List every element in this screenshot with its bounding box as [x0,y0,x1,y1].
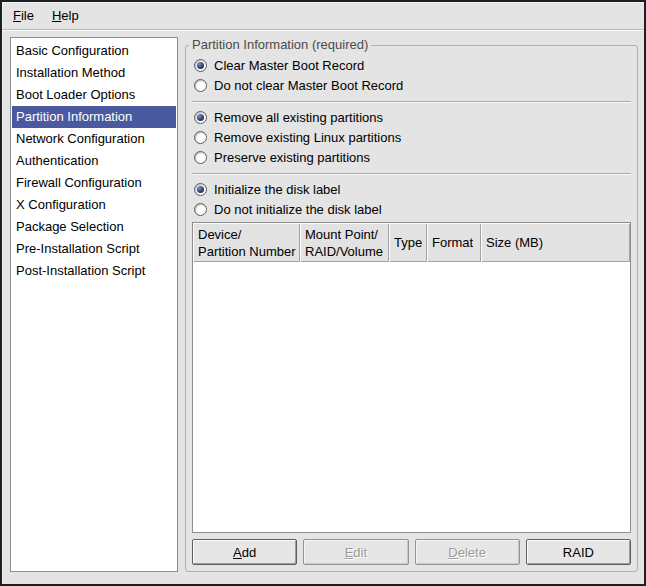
column-header-device-partition-number[interactable]: Device/Partition Number [193,223,300,262]
existing-partitions-radio-group: Remove all existing partitionsRemove exi… [192,107,631,167]
radio-label: Do not clear Master Boot Record [214,78,403,93]
column-header-size-mb[interactable]: Size (MB) [481,223,630,262]
radio-label: Initialize the disk label [214,182,340,197]
radio-initialize-the-disk-label[interactable]: Initialize the disk label [192,179,631,199]
radio-button-icon[interactable] [194,59,207,72]
column-header-type[interactable]: Type [389,223,427,262]
radio-label: Do not initialize the disk label [214,202,382,217]
radio-label: Remove existing Linux partitions [214,130,401,145]
column-header-text: Format [432,234,476,251]
sidebar-item-package-selection[interactable]: Package Selection [12,216,176,238]
disk-label-radio-group: Initialize the disk labelDo not initiali… [192,179,631,219]
delete-button: Delete [415,539,520,565]
master-boot-record-radio-group: Clear Master Boot RecordDo not clear Mas… [192,55,631,95]
radio-do-not-clear-master-boot-record[interactable]: Do not clear Master Boot Record [192,75,631,95]
add-button[interactable]: Add [192,539,297,565]
column-header-mount-point-raid-volume[interactable]: Mount Point/RAID/Volume [300,223,389,262]
radio-button-icon[interactable] [194,151,207,164]
partition-table: Device/Partition NumberMount Point/RAID/… [192,222,631,533]
radio-clear-master-boot-record[interactable]: Clear Master Boot Record [192,55,631,75]
partition-table-header: Device/Partition NumberMount Point/RAID/… [193,223,630,262]
column-header-format[interactable]: Format [427,223,481,262]
column-header-text: RAID/Volume [305,243,384,260]
sidebar-item-installation-method[interactable]: Installation Method [12,62,176,84]
column-header-text: Mount Point/ [305,226,384,243]
sidebar-item-network-configuration[interactable]: Network Configuration [12,128,176,150]
radio-remove-all-existing-partitions[interactable]: Remove all existing partitions [192,107,631,127]
radio-button-icon[interactable] [194,131,207,144]
partition-table-body[interactable] [193,262,630,532]
sidebar-item-x-configuration[interactable]: X Configuration [12,194,176,216]
config-step-list: Basic ConfigurationInstallation MethodBo… [10,37,178,572]
partition-action-buttons: AddEditDeleteRAID [192,539,631,565]
column-header-text: Type [394,234,422,251]
radio-label: Remove all existing partitions [214,110,383,125]
partition-information-frame: Partition Information (required) Clear M… [185,37,638,572]
sidebar-item-boot-loader-options[interactable]: Boot Loader Options [12,84,176,106]
column-header-text: Partition Number [198,243,295,260]
sidebar-item-firewall-configuration[interactable]: Firewall Configuration [12,172,176,194]
radio-remove-existing-linux-partitions[interactable]: Remove existing Linux partitions [192,127,631,147]
menu-file[interactable]: File [4,2,43,29]
separator [192,173,631,175]
sidebar-item-post-installation-script[interactable]: Post-Installation Script [12,260,176,282]
radio-button-icon[interactable] [194,79,207,92]
kickstart-configurator-window: FileHelp Basic ConfigurationInstallation… [0,0,646,586]
radio-label: Preserve existing partitions [214,150,370,165]
edit-button: Edit [303,539,408,565]
radio-button-icon[interactable] [194,111,207,124]
radio-do-not-initialize-the-disk-label[interactable]: Do not initialize the disk label [192,199,631,219]
raid-button[interactable]: RAID [526,539,631,565]
menu-help[interactable]: Help [43,2,88,29]
column-header-text: Device/ [198,226,295,243]
sidebar-item-basic-configuration[interactable]: Basic Configuration [12,40,176,62]
sidebar-item-authentication[interactable]: Authentication [12,150,176,172]
main-area: Basic ConfigurationInstallation MethodBo… [2,30,644,584]
frame-label: Partition Information (required) [189,37,371,53]
sidebar-item-partition-information[interactable]: Partition Information [12,106,176,128]
separator [192,101,631,103]
column-header-text: Size (MB) [486,234,625,251]
sidebar-item-pre-installation-script[interactable]: Pre-Installation Script [12,238,176,260]
radio-button-icon[interactable] [194,203,207,216]
menubar: FileHelp [2,2,644,30]
radio-label: Clear Master Boot Record [214,58,364,73]
radio-button-icon[interactable] [194,183,207,196]
radio-preserve-existing-partitions[interactable]: Preserve existing partitions [192,147,631,167]
